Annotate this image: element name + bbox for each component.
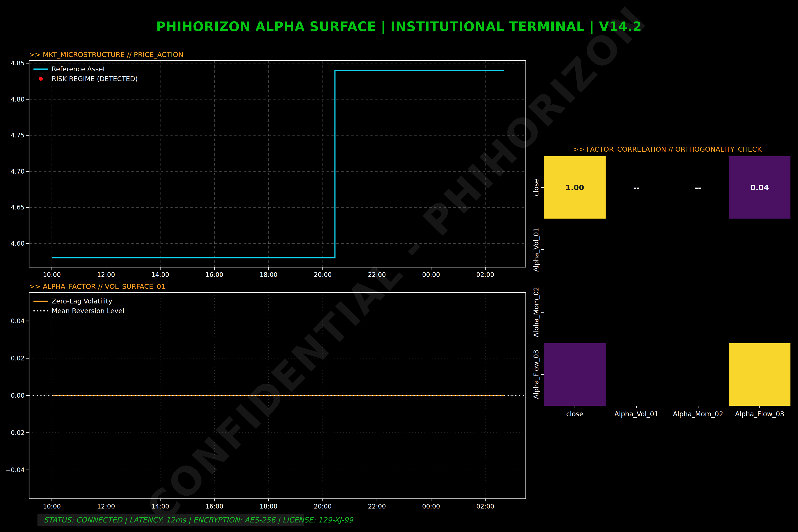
legend-label: Mean Reversion Level	[52, 307, 125, 315]
correlation-heatmap: 1.00----0.04closeAlpha_Vol_01Alpha_Mom_0…	[544, 156, 791, 406]
page-title: PHIHORIZON ALPHA SURFACE | INSTITUTIONAL…	[0, 19, 798, 34]
cyan-line-icon	[34, 69, 48, 70]
x-tick-label: 10:00	[43, 271, 61, 279]
heatmap-cell: --	[667, 156, 729, 218]
x-tick-label: 20:00	[314, 271, 332, 279]
y-tick-label: −0.04	[5, 467, 25, 474]
x-tick-label: 00:00	[422, 271, 440, 279]
dotted-line-icon	[34, 310, 48, 311]
heatmap-row-label: Alpha_Mom_02	[532, 287, 540, 337]
x-tick-label: 14:00	[151, 271, 169, 279]
x-tick-label: 16:00	[206, 271, 224, 279]
legend-label: Reference Asset	[52, 65, 106, 73]
x-tick-label: 10:00	[43, 503, 61, 510]
y-tick-label: 4.60	[11, 240, 25, 247]
y-tick-label: 4.75	[11, 132, 25, 139]
x-tick-label: 18:00	[260, 503, 278, 510]
x-tick-label: 22:00	[368, 503, 386, 510]
plot-border	[29, 60, 526, 267]
y-tick-label: 0.04	[11, 318, 25, 325]
terminal-screen: CONFIDENTIAL - PHIHORIZON PHIHORIZON ALP…	[0, 0, 798, 532]
status-text: STATUS: CONNECTED | LATENCY: 12ms | ENCR…	[37, 516, 353, 524]
heatmap-col-label: Alpha_Mom_02	[673, 410, 723, 418]
legend-item-risk-regime: RISK REGIME (DETECTED)	[34, 74, 138, 83]
legend-item-zero-lag-volatility: Zero-Lag Volatility	[34, 296, 125, 306]
heatmap-x-tick-mark	[574, 406, 575, 408]
orange-line-icon	[34, 301, 48, 302]
y-tick-label: 0.00	[11, 392, 25, 399]
series-line	[52, 71, 504, 258]
x-tick-label: 12:00	[97, 271, 115, 279]
vol-chart-title: >> ALPHA_FACTOR // VOL_SURFACE_01	[29, 282, 165, 290]
heatmap-cell	[544, 343, 606, 406]
heatmap-cell: 0.04	[729, 156, 791, 218]
heatmap-row-label: Alpha_Vol_01	[532, 228, 540, 272]
plot-canvas	[29, 60, 526, 267]
x-tick-label: 20:00	[314, 503, 332, 510]
heatmap-x-tick-mark	[759, 406, 760, 408]
heatmap-col-label: Alpha_Vol_01	[614, 410, 658, 418]
legend-item-reference-asset: Reference Asset	[34, 64, 138, 74]
price-chart-legend: Reference Asset RISK REGIME (DETECTED)	[34, 64, 138, 83]
heatmap-cell: --	[606, 156, 667, 218]
heatmap-row-label: close	[532, 179, 540, 196]
legend-label: RISK REGIME (DETECTED)	[52, 75, 138, 83]
heatmap-y-tick-mark	[541, 374, 544, 375]
x-tick-label: 00:00	[422, 503, 440, 510]
x-tick-label: 14:00	[151, 503, 169, 510]
y-tick-label: 4.80	[11, 96, 25, 103]
heatmap-x-tick-mark	[636, 406, 637, 408]
y-tick-label: 0.02	[11, 355, 25, 362]
price-action-chart: Reference Asset RISK REGIME (DETECTED) 1…	[29, 60, 526, 267]
plot-canvas	[29, 292, 526, 499]
x-tick-label: 12:00	[97, 503, 115, 510]
y-tick-label: −0.02	[5, 429, 25, 436]
y-tick-label: 4.65	[11, 204, 25, 211]
heatmap-y-tick-mark	[541, 312, 544, 312]
x-tick-label: 18:00	[260, 271, 278, 279]
y-tick-label: 4.85	[11, 60, 25, 67]
x-tick-label: 02:00	[476, 271, 494, 279]
heatmap-cell: 1.00	[544, 156, 606, 218]
y-tick-label: 4.70	[11, 168, 25, 175]
correlation-heatmap-title: >> FACTOR_CORRELATION // ORTHOGONALITY_C…	[544, 145, 791, 153]
heatmap-row-label: Alpha_Flow_03	[532, 350, 540, 399]
heatmap-cell	[729, 343, 791, 406]
heatmap-y-tick-mark	[541, 187, 544, 188]
x-tick-label: 22:00	[368, 271, 386, 279]
status-bar: STATUS: CONNECTED | LATENCY: 12ms | ENCR…	[37, 514, 304, 526]
vol-surface-chart: Zero-Lag Volatility Mean Reversion Level…	[29, 292, 526, 499]
price-chart-title: >> MKT_MICROSTRUCTURE // PRICE_ACTION	[29, 51, 183, 58]
legend-label: Zero-Lag Volatility	[52, 297, 112, 305]
legend-item-mean-reversion: Mean Reversion Level	[34, 306, 125, 316]
heatmap-col-label: close	[566, 410, 583, 418]
red-dot-icon	[34, 77, 48, 81]
x-tick-label: 16:00	[206, 503, 224, 510]
heatmap-col-label: Alpha_Flow_03	[735, 410, 784, 418]
heatmap-x-tick-mark	[698, 406, 699, 408]
vol-chart-legend: Zero-Lag Volatility Mean Reversion Level	[34, 296, 125, 316]
heatmap-y-tick-mark	[541, 249, 544, 250]
x-tick-label: 02:00	[476, 503, 494, 510]
